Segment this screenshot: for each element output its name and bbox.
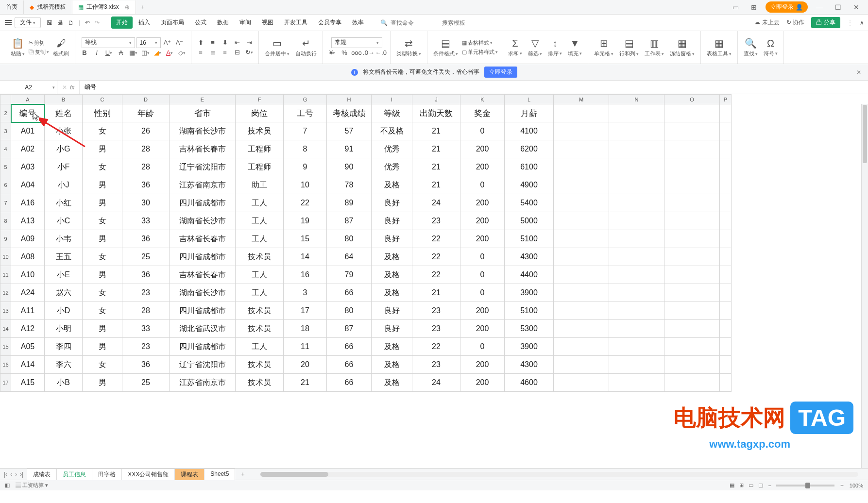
cell[interactable]: 22 bbox=[412, 248, 460, 266]
cell[interactable]: A13 bbox=[11, 212, 45, 230]
cell[interactable] bbox=[554, 266, 609, 284]
fx-icon[interactable]: fx bbox=[70, 84, 74, 91]
cell[interactable] bbox=[609, 104, 664, 122]
cell[interactable] bbox=[609, 194, 664, 212]
align-center-icon[interactable]: ≣ bbox=[207, 48, 218, 57]
view-read-icon[interactable]: ▢ bbox=[758, 482, 763, 488]
cell[interactable] bbox=[609, 374, 664, 392]
cell[interactable]: 小明 bbox=[45, 320, 83, 338]
row-header[interactable]: 17 bbox=[0, 374, 11, 392]
cell[interactable]: 66 bbox=[327, 374, 372, 392]
cell[interactable]: A08 bbox=[11, 248, 45, 266]
cell-effect-button[interactable]: ◫▾ bbox=[140, 48, 151, 58]
cell[interactable] bbox=[720, 320, 732, 338]
save-icon[interactable]: 🖫 bbox=[47, 19, 52, 26]
cell[interactable]: 女 bbox=[83, 302, 122, 320]
cond-format-button[interactable]: ▤条件格式▾ bbox=[431, 37, 460, 57]
copy-button[interactable]: ⿻ 复制▾ bbox=[29, 49, 49, 56]
cell[interactable]: 优秀 bbox=[372, 158, 412, 176]
cell[interactable]: 36 bbox=[122, 230, 170, 248]
cell[interactable]: 及格 bbox=[372, 374, 412, 392]
cell[interactable]: 4100 bbox=[505, 122, 554, 140]
cell[interactable]: 66 bbox=[327, 338, 372, 356]
cell[interactable]: 16 bbox=[284, 266, 327, 284]
cell[interactable]: 200 bbox=[460, 212, 505, 230]
cell[interactable] bbox=[554, 356, 609, 374]
cell[interactable]: 6200 bbox=[505, 140, 554, 158]
cell[interactable]: 19 bbox=[284, 212, 327, 230]
apps-icon[interactable]: ⊞ bbox=[747, 3, 761, 11]
cell[interactable]: 小F bbox=[45, 158, 83, 176]
view-normal-icon[interactable]: ▦ bbox=[730, 482, 734, 488]
row-header[interactable]: 2 bbox=[0, 104, 11, 122]
cell[interactable]: 28 bbox=[122, 302, 170, 320]
cell[interactable]: 21 bbox=[412, 284, 460, 302]
font-select[interactable]: 等线▾ bbox=[82, 37, 135, 48]
merge-center-button[interactable]: ▭合并居中▾ bbox=[263, 37, 291, 57]
orientation-icon[interactable]: ↻▾ bbox=[244, 48, 255, 57]
cell[interactable]: 7 bbox=[284, 122, 327, 140]
cell[interactable]: 11 bbox=[284, 338, 327, 356]
zoom-value[interactable]: 100% bbox=[850, 483, 863, 488]
row-header[interactable]: 5 bbox=[0, 158, 11, 176]
cell[interactable] bbox=[664, 248, 720, 266]
cell[interactable]: 9 bbox=[284, 158, 327, 176]
cell[interactable]: 李四 bbox=[45, 338, 83, 356]
cell[interactable]: 5100 bbox=[505, 302, 554, 320]
cell[interactable]: A02 bbox=[11, 140, 45, 158]
cell[interactable]: 吉林省长春市 bbox=[170, 140, 236, 158]
cell[interactable]: 男 bbox=[83, 338, 122, 356]
cell[interactable] bbox=[720, 176, 732, 194]
cell[interactable] bbox=[664, 338, 720, 356]
cell[interactable]: 200 bbox=[460, 374, 505, 392]
table-tools-button[interactable]: ▦表格工具▾ bbox=[705, 37, 733, 57]
menu-tab-4[interactable]: 数据 bbox=[212, 17, 234, 29]
cell[interactable] bbox=[720, 230, 732, 248]
cell[interactable]: 湖南省长沙市 bbox=[170, 284, 236, 302]
cell[interactable]: 89 bbox=[327, 194, 372, 212]
cell[interactable] bbox=[554, 176, 609, 194]
cell[interactable] bbox=[664, 104, 720, 122]
row-header[interactable]: 15 bbox=[0, 338, 11, 356]
spreadsheet-grid[interactable]: ABCDEFGHIJKLMNOP 2编号姓名性别年龄省市岗位工号考核成绩等级出勤… bbox=[0, 94, 732, 392]
font-color-button[interactable]: A▾ bbox=[164, 48, 175, 58]
template-search-input[interactable] bbox=[442, 19, 491, 26]
cell[interactable]: 岗位 bbox=[236, 104, 284, 122]
maximize-button[interactable]: ☐ bbox=[831, 3, 845, 11]
cell[interactable] bbox=[609, 176, 664, 194]
cell[interactable]: 21 bbox=[284, 374, 327, 392]
cell[interactable] bbox=[609, 338, 664, 356]
cell[interactable]: 技术员 bbox=[236, 302, 284, 320]
cell[interactable]: 湖南省长沙市 bbox=[170, 212, 236, 230]
bold-button[interactable]: B bbox=[79, 48, 90, 58]
cell[interactable]: 22 bbox=[412, 266, 460, 284]
sheet-nav-last-icon[interactable]: ›| bbox=[20, 471, 23, 478]
collapse-ribbon-icon[interactable]: ∧ bbox=[860, 19, 864, 26]
cell[interactable]: A16 bbox=[11, 194, 45, 212]
cell[interactable]: 李六 bbox=[45, 356, 83, 374]
cell[interactable]: 工人 bbox=[236, 284, 284, 302]
col-header-H[interactable]: H bbox=[327, 95, 372, 104]
cell[interactable] bbox=[609, 356, 664, 374]
cell[interactable] bbox=[554, 284, 609, 302]
cell[interactable]: 良好 bbox=[372, 320, 412, 338]
cell-style-button[interactable]: ▢ 单元格样式▾ bbox=[462, 49, 498, 56]
cell[interactable]: 4300 bbox=[505, 248, 554, 266]
cell[interactable]: 小韦 bbox=[45, 230, 83, 248]
cell[interactable]: 良好 bbox=[372, 194, 412, 212]
cell[interactable] bbox=[720, 356, 732, 374]
cell[interactable] bbox=[720, 104, 732, 122]
cell[interactable] bbox=[664, 284, 720, 302]
cell[interactable]: 女 bbox=[83, 158, 122, 176]
cell[interactable]: A03 bbox=[11, 158, 45, 176]
cell[interactable]: 女 bbox=[83, 284, 122, 302]
cell[interactable] bbox=[554, 158, 609, 176]
cell[interactable] bbox=[554, 338, 609, 356]
cell[interactable] bbox=[609, 212, 664, 230]
menu-tab-2[interactable]: 页面布局 bbox=[156, 17, 189, 29]
status-calc[interactable]: ▤ 工资结算 ▾ bbox=[16, 482, 48, 489]
cell[interactable]: 四川省成都市 bbox=[170, 248, 236, 266]
cell[interactable]: 月薪 bbox=[505, 104, 554, 122]
cell[interactable]: A11 bbox=[11, 302, 45, 320]
col-header-E[interactable]: E bbox=[170, 95, 236, 104]
